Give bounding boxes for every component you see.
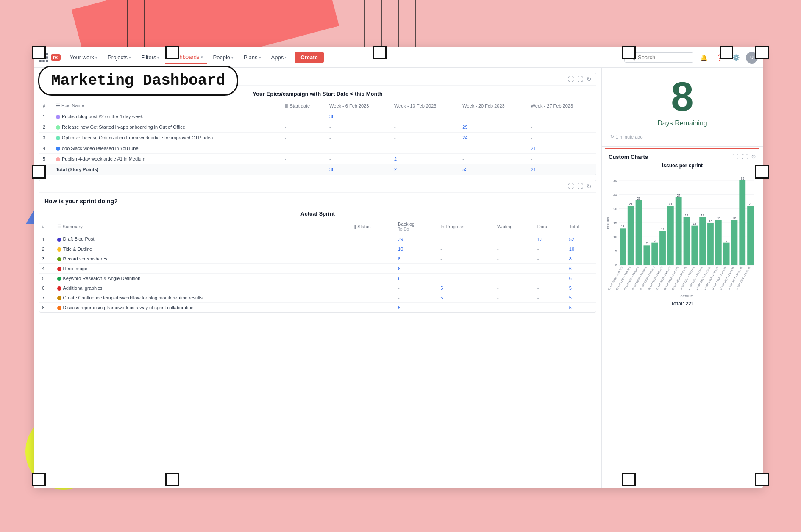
expand-chart-icon[interactable]: ⛶ [742,153,748,160]
svg-text:17: 17 [701,214,704,217]
minimize-icon[interactable]: ⛶ [568,183,574,190]
search-input[interactable] [638,54,689,61]
svg-text:13: 13 [621,225,625,228]
days-label: Days Remaining [609,119,756,127]
corner-top-rc [622,46,636,59]
table-row: 7 Create Confluence template/workflow fo… [39,293,596,303]
svg-text:14 MR 27/12 - 10/01/23: 14 MR 27/12 - 10/01/23 [711,266,727,291]
nav-people[interactable]: People ▾ [209,52,238,63]
create-button[interactable]: Create [295,52,323,63]
navbar-right: 🔍 🔔 ❓ ⚙️ U [624,52,758,64]
svg-text:8: 8 [726,239,727,242]
svg-rect-24 [643,245,650,265]
expand-icon[interactable]: ⛶ [577,76,583,83]
table-row: 6 Additional graphics - 5 - - 5 [39,283,596,293]
svg-text:25: 25 [613,193,617,197]
corner-tl [32,46,46,59]
svg-rect-15 [620,228,626,265]
svg-text:10 MR 01/11 - 15/11/22: 10 MR 01/11 - 15/11/22 [679,266,695,291]
navbar: re: Your work ▾ Projects ▾ Filters ▾ Das… [34,47,763,68]
table-row: 3 Record screenshares 8 - - - 8 [39,254,596,263]
sprint-heading: How is your sprint doing? [39,193,596,206]
svg-text:ISSUES: ISSUES [606,216,610,229]
refresh-chart-icon[interactable]: ↻ [751,153,756,160]
charts-header: Custom Charts ⛶ ⛶ ↻ [605,148,759,163]
nav-apps[interactable]: Apps ▾ [267,52,292,63]
sprint-col-hash: # [39,219,55,234]
table-row: 5 Publish 4-day week article #1 in Mediu… [39,154,596,164]
sprint-col-total: Total [567,219,596,234]
table-row: 4 ooo Slack video released in YouTube - … [39,143,596,154]
corner-bot-rc [622,473,636,486]
corner-top-center2 [373,46,387,59]
app-window: re: Your work ▾ Projects ▾ Filters ▾ Das… [34,47,763,488]
main-content: ⛶ ⛶ ↻ Your Epics/campaign with Start Dat… [34,68,763,488]
svg-text:03 MR 26/07 - 23/08/22: 03 MR 26/07 - 23/08/22 [623,266,639,291]
corner-top-center [165,46,179,59]
chevron-down-icon: ▾ [157,55,159,60]
svg-rect-60 [739,180,745,265]
charts-section: Custom Charts ⛶ ⛶ ↻ Issues per sprint 05… [602,148,763,310]
svg-text:07 MR 20/09 - 04/10/22: 07 MR 20/09 - 04/10/22 [655,266,671,291]
svg-text:12 MR 29/11 - 13/12/22: 12 MR 29/11 - 13/12/22 [695,266,711,291]
sprint-col-summary[interactable]: ☰ Summary [55,219,350,234]
epics-table: # ☰ Epic Name ||| Start date Week - 6 Fe… [39,100,596,175]
col-hash: # [39,100,53,111]
marketing-dashboard-title: Marketing Dashboard [38,66,238,96]
svg-text:04 MR 09/08 - 23/08/22: 04 MR 09/08 - 23/08/22 [631,266,647,291]
chart-container: 0510152025301301 MR 28/06 - 12/07/222102… [605,172,759,299]
svg-text:17: 17 [685,214,688,217]
sprint-title: Actual Sprint [39,206,596,219]
table-row: 5 Keyword Research & Angle Definition 6 … [39,273,596,283]
nav-projects[interactable]: Projects ▾ [103,52,135,63]
svg-text:SPRINT: SPRINT [680,294,693,298]
corner-mid-r [755,165,769,179]
table-row: 1 Publish blog post #2 on the 4 day week… [39,111,596,122]
col-start-date[interactable]: ||| Start date [281,100,326,111]
corner-bot-center [165,473,179,486]
expand-icon[interactable]: ⛶ [577,183,583,190]
sprint-col-progress: In Progress [438,219,495,234]
svg-rect-48 [707,223,714,265]
nav-filters[interactable]: Filters ▾ [137,52,164,63]
col-w20: Week - 20 Feb 2023 [459,100,527,111]
sprint-col-waiting: Waiting [495,219,535,234]
nav-your-work[interactable]: Your work ▾ [66,52,102,63]
notifications-button[interactable]: 🔔 [698,52,709,64]
svg-text:16: 16 [733,216,736,219]
nav-plans[interactable]: Plans ▾ [239,52,265,63]
svg-rect-51 [715,220,722,265]
right-panel: 8 Days Remaining ↻ 1 minute ago Custom C… [602,68,763,488]
svg-text:20: 20 [613,207,617,211]
minimize-chart-icon[interactable]: ⛶ [732,153,738,160]
svg-text:02 MR 12/07 - 26/07/22: 02 MR 12/07 - 26/07/22 [615,266,631,291]
left-panel: ⛶ ⛶ ↻ Your Epics/campaign with Start Dat… [34,68,602,488]
chart-total: Total: 221 [605,301,759,307]
table-row: 1 Draft Blog Post 39 - - 13 52 [39,234,596,244]
svg-rect-45 [699,217,706,265]
svg-rect-21 [636,200,642,265]
svg-rect-18 [628,206,634,265]
sprint-section: ⛶ ⛶ ↻ How is your sprint doing? Actual S… [39,180,596,313]
svg-rect-39 [684,217,690,265]
col-epic-name[interactable]: ☰ Epic Name [53,100,281,111]
svg-text:0: 0 [615,263,617,267]
refresh-icon: ↻ [610,134,614,139]
svg-text:24: 24 [677,194,680,197]
chevron-down-icon: ▾ [259,55,261,60]
svg-text:30: 30 [613,179,617,183]
refresh-icon[interactable]: ↻ [587,76,592,83]
chart-title: Issues per sprint [605,163,759,169]
svg-rect-33 [668,206,674,265]
epics-total-row: Total (Story Points) 38 2 53 21 [39,164,596,175]
minimize-icon[interactable]: ⛶ [568,76,574,83]
corner-bl [32,473,46,486]
corner-tr [755,46,769,59]
table-row: 2 Release new Get Started in-app onboard… [39,122,596,133]
svg-rect-27 [651,243,658,265]
sprint-col-status[interactable]: ||| Status [350,219,395,234]
svg-text:21: 21 [629,202,632,205]
svg-text:13 MR 13/12 - 27/12/22: 13 MR 13/12 - 27/12/22 [703,266,719,291]
days-number: 8 [609,76,756,117]
refresh-icon[interactable]: ↻ [587,183,592,190]
